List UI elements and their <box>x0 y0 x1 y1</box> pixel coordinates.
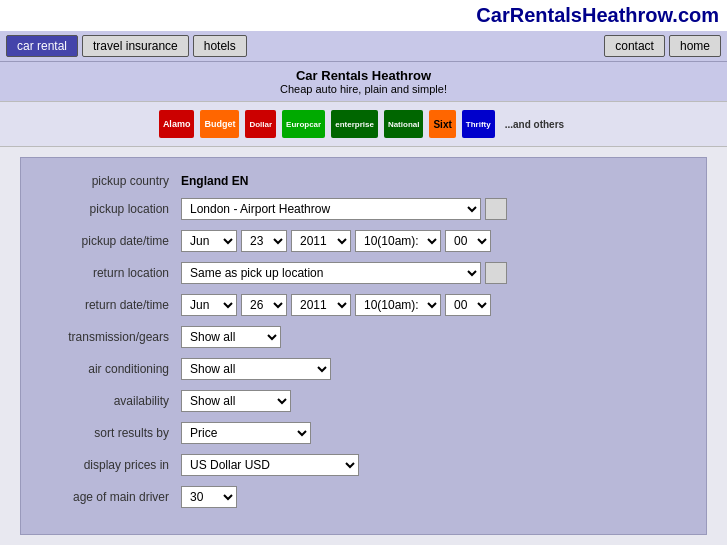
pickup-location-label: pickup location <box>41 202 181 216</box>
pickup-country-label: pickup country <box>41 174 181 188</box>
age-control: 30 21 25 35 <box>181 486 237 508</box>
sort-row: sort results by Price Name Category <box>41 422 686 444</box>
transmission-label: transmission/gears <box>41 330 181 344</box>
transmission-select[interactable]: Show all Manual Automatic <box>181 326 281 348</box>
pickup-country-row: pickup country England EN <box>41 174 686 188</box>
return-datetime-row: return date/time Jun 26 2011 10(10am): 0… <box>41 294 686 316</box>
sort-label: sort results by <box>41 426 181 440</box>
return-year-select[interactable]: 2011 <box>291 294 351 316</box>
sort-select[interactable]: Price Name Category <box>181 422 311 444</box>
logo-enterprise: enterprise <box>331 110 378 138</box>
nav-home[interactable]: home <box>669 35 721 57</box>
currency-control: US Dollar USD Euro EUR British Pound GBP <box>181 454 359 476</box>
age-row: age of main driver 30 21 25 35 <box>41 486 686 508</box>
logo-dollar: Dollar <box>245 110 276 138</box>
availability-control: Show all Available only <box>181 390 291 412</box>
currency-select[interactable]: US Dollar USD Euro EUR British Pound GBP <box>181 454 359 476</box>
logo-alamo: Alamo <box>159 110 195 138</box>
pickup-location-map-btn[interactable] <box>485 198 507 220</box>
pickup-datetime-control: Jun 23 2011 10(10am): 00 <box>181 230 491 252</box>
pickup-location-row: pickup location London - Airport Heathro… <box>41 198 686 220</box>
pickup-year-select[interactable]: 2011 <box>291 230 351 252</box>
return-location-control: Same as pick up location <box>181 262 507 284</box>
aircon-select[interactable]: Show all With AC Without AC <box>181 358 331 380</box>
pickup-month-select[interactable]: Jun <box>181 230 237 252</box>
banner-subtitle: Cheap auto hire, plain and simple! <box>0 83 727 95</box>
logo-national: National <box>384 110 424 138</box>
pickup-min-select[interactable]: 00 <box>445 230 491 252</box>
return-month-select[interactable]: Jun <box>181 294 237 316</box>
aircon-row: air conditioning Show all With AC Withou… <box>41 358 686 380</box>
availability-label: availability <box>41 394 181 408</box>
logo-others: ...and others <box>501 110 568 138</box>
return-datetime-control: Jun 26 2011 10(10am): 00 <box>181 294 491 316</box>
logo-sixt: Sixt <box>429 110 455 138</box>
site-header: CarRentalsHeathrow.com <box>0 0 727 31</box>
aircon-control: Show all With AC Without AC <box>181 358 331 380</box>
transmission-control: Show all Manual Automatic <box>181 326 281 348</box>
pickup-country-control: England EN <box>181 174 248 188</box>
banner: Car Rentals Heathrow Cheap auto hire, pl… <box>0 61 727 101</box>
aircon-label: air conditioning <box>41 362 181 376</box>
pickup-datetime-row: pickup date/time Jun 23 2011 10(10am): 0… <box>41 230 686 252</box>
search-form: pickup country England EN pickup locatio… <box>20 157 707 535</box>
currency-row: display prices in US Dollar USD Euro EUR… <box>41 454 686 476</box>
return-min-select[interactable]: 00 <box>445 294 491 316</box>
pickup-location-select[interactable]: London - Airport Heathrow <box>181 198 481 220</box>
return-location-select[interactable]: Same as pick up location <box>181 262 481 284</box>
pickup-day-select[interactable]: 23 <box>241 230 287 252</box>
logo-europcar: Europcar <box>282 110 325 138</box>
return-time-select[interactable]: 10(10am): <box>355 294 441 316</box>
pickup-country-value: England EN <box>181 174 248 188</box>
currency-label: display prices in <box>41 458 181 472</box>
return-location-map-btn[interactable] <box>485 262 507 284</box>
return-location-row: return location Same as pick up location <box>41 262 686 284</box>
logo-thrifty: Thrifty <box>462 110 495 138</box>
nav-right: contact home <box>604 35 721 57</box>
nav-contact[interactable]: contact <box>604 35 665 57</box>
nav-left: car rental travel insurance hotels <box>6 35 247 57</box>
pickup-location-control: London - Airport Heathrow <box>181 198 507 220</box>
return-datetime-label: return date/time <box>41 298 181 312</box>
transmission-row: transmission/gears Show all Manual Autom… <box>41 326 686 348</box>
nav-travel-insurance[interactable]: travel insurance <box>82 35 189 57</box>
age-label: age of main driver <box>41 490 181 504</box>
availability-select[interactable]: Show all Available only <box>181 390 291 412</box>
return-day-select[interactable]: 26 <box>241 294 287 316</box>
nav-hotels[interactable]: hotels <box>193 35 247 57</box>
nav-car-rental[interactable]: car rental <box>6 35 78 57</box>
logos-bar: Alamo Budget Dollar Europcar enterprise … <box>0 101 727 147</box>
site-title: CarRentalsHeathrow.com <box>476 4 719 26</box>
return-location-label: return location <box>41 266 181 280</box>
availability-row: availability Show all Available only <box>41 390 686 412</box>
pickup-time-select[interactable]: 10(10am): <box>355 230 441 252</box>
sort-control: Price Name Category <box>181 422 311 444</box>
age-select[interactable]: 30 21 25 35 <box>181 486 237 508</box>
logo-budget: Budget <box>200 110 239 138</box>
nav-bar: car rental travel insurance hotels conta… <box>0 31 727 61</box>
banner-title: Car Rentals Heathrow <box>0 68 727 83</box>
pickup-datetime-label: pickup date/time <box>41 234 181 248</box>
